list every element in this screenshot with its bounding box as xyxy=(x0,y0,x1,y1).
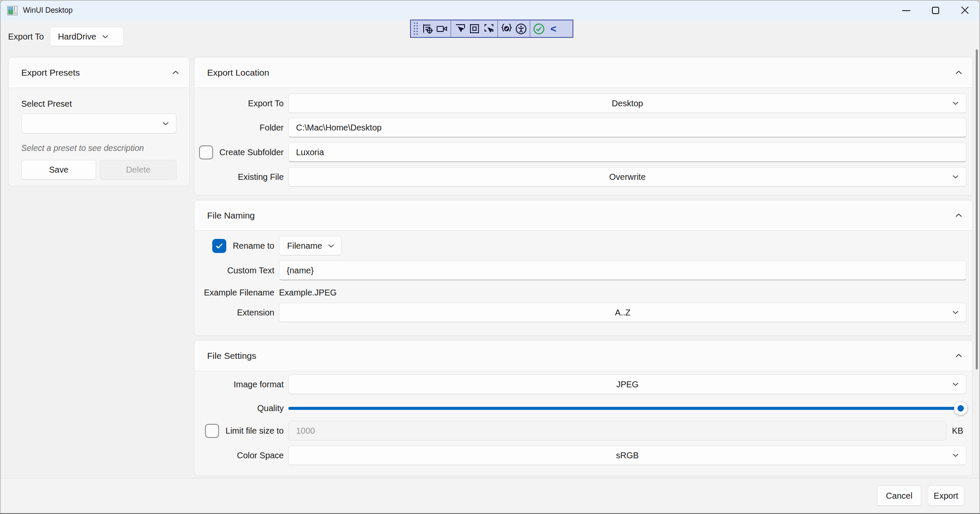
chevron-down-icon xyxy=(102,35,108,39)
rename-to-label: Rename to xyxy=(233,241,274,251)
file-settings-card: File Settings Image format JPEG Quality xyxy=(194,340,973,476)
file-naming-title: File Naming xyxy=(207,210,255,221)
chevron-down-icon xyxy=(952,383,959,386)
app-icon xyxy=(7,6,17,15)
image-format-value: JPEG xyxy=(289,380,966,389)
export-presets-title: Export Presets xyxy=(21,68,80,78)
hot-reload-button[interactable] xyxy=(499,22,514,36)
select-preset-label: Select Preset xyxy=(21,99,177,109)
vertical-scrollbar[interactable] xyxy=(976,49,978,369)
file-settings-header[interactable]: File Settings xyxy=(194,341,972,371)
export-to-combobox[interactable]: Desktop xyxy=(288,94,966,113)
image-format-combobox[interactable]: JPEG xyxy=(288,375,966,394)
chevron-up-icon xyxy=(172,71,179,74)
rename-mode-value: Filename xyxy=(279,241,322,251)
close-button[interactable] xyxy=(950,0,980,20)
export-location-card: Export Location Export To Desktop Folder… xyxy=(194,57,973,196)
quality-slider[interactable] xyxy=(288,401,966,415)
preset-combobox[interactable] xyxy=(21,114,177,133)
accessibility-button[interactable] xyxy=(514,22,528,36)
display-adorners-button[interactable] xyxy=(467,22,481,36)
color-space-combobox[interactable]: sRGB xyxy=(288,446,966,465)
color-space-value: sRGB xyxy=(289,451,966,460)
export-target-bar: Export To HardDrive xyxy=(8,27,124,46)
limit-file-size-checkbox[interactable] xyxy=(205,424,219,438)
save-preset-button[interactable]: Save xyxy=(21,160,96,180)
file-naming-header[interactable]: File Naming xyxy=(194,200,972,231)
collapse-toolbar-button[interactable]: < xyxy=(546,22,561,36)
limit-file-size-input-box[interactable] xyxy=(288,421,946,440)
custom-text-input[interactable]: {name} xyxy=(279,261,966,280)
extension-label: Extension xyxy=(237,308,274,318)
existing-file-combobox[interactable]: Overwrite xyxy=(288,167,966,187)
create-subfolder-checkbox[interactable] xyxy=(199,145,213,159)
example-filename-value: Example.JPEG xyxy=(279,288,337,298)
custom-text-label: Custom Text xyxy=(227,266,274,275)
quality-slider-thumb[interactable] xyxy=(954,402,967,415)
select-element-icon xyxy=(454,23,466,34)
checkmark-icon xyxy=(216,243,223,249)
chevron-down-icon xyxy=(162,122,169,125)
changes-applied-button[interactable] xyxy=(532,22,546,36)
toolbar-separator xyxy=(530,20,530,37)
subfolder-name-value: Luxoria xyxy=(296,148,324,157)
changes-applied-icon xyxy=(533,23,545,35)
grip-handle-icon[interactable] xyxy=(413,22,419,36)
live-visual-tree-button[interactable] xyxy=(420,22,435,36)
display-adorners-icon xyxy=(469,23,480,34)
maximize-button[interactable] xyxy=(921,0,950,20)
delete-preset-button[interactable]: Delete xyxy=(100,160,177,180)
extension-value: A..Z xyxy=(279,308,966,318)
chevron-down-icon xyxy=(952,311,959,315)
select-element-button[interactable] xyxy=(453,22,467,36)
chevron-down-icon xyxy=(952,454,959,457)
footer-bar: Cancel Export xyxy=(0,478,980,513)
folder-value: C:\Mac\Home\Desktop xyxy=(296,123,382,133)
chevron-up-icon xyxy=(955,213,962,217)
file-naming-card: File Naming Rename to Filename Custom Te… xyxy=(194,200,973,336)
minimize-button[interactable] xyxy=(892,0,921,20)
debug-toolbar: < xyxy=(410,20,573,38)
chevron-up-icon xyxy=(955,71,962,74)
live-visual-tree-icon xyxy=(422,23,433,34)
preset-hint-text: Select a preset to see description xyxy=(21,143,177,153)
image-format-label: Image format xyxy=(234,380,284,389)
screenshot-button[interactable] xyxy=(435,22,449,36)
color-space-label: Color Space xyxy=(237,451,284,460)
window-title: WinUI Desktop xyxy=(23,6,73,15)
export-target-combobox[interactable]: HardDrive xyxy=(50,27,124,46)
export-button[interactable]: Export xyxy=(928,486,964,506)
toolbar-separator xyxy=(497,20,498,37)
cancel-button[interactable]: Cancel xyxy=(877,486,921,506)
custom-text-value: {name} xyxy=(287,266,313,275)
app-window: WinUI Desktop xyxy=(0,0,980,514)
example-filename-label: Example Filename xyxy=(204,288,274,298)
folder-input[interactable]: C:\Mac\Home\Desktop xyxy=(288,118,966,137)
chevron-down-icon xyxy=(952,175,959,179)
export-location-header[interactable]: Export Location xyxy=(194,57,972,88)
file-settings-title: File Settings xyxy=(207,351,256,361)
chevron-down-icon xyxy=(328,244,334,248)
quality-slider-track[interactable] xyxy=(288,407,966,410)
minimize-icon xyxy=(902,10,910,11)
maximize-icon xyxy=(932,7,939,14)
chevron-down-icon xyxy=(952,102,959,105)
track-focused-element-icon xyxy=(483,23,495,34)
chevron-left-icon: < xyxy=(550,24,556,34)
export-target-value: HardDrive xyxy=(50,32,96,42)
export-to-value: Desktop xyxy=(289,99,966,108)
limit-file-size-input[interactable] xyxy=(296,426,939,436)
subfolder-name-input[interactable]: Luxoria xyxy=(288,142,966,162)
title-bar: WinUI Desktop xyxy=(0,0,980,20)
track-focused-element-button[interactable] xyxy=(481,22,496,36)
export-presets-header[interactable]: Export Presets xyxy=(9,57,189,88)
limit-unit-label: KB xyxy=(952,426,966,436)
extension-combobox[interactable]: A..Z xyxy=(279,303,966,322)
toolbar-separator xyxy=(450,20,451,37)
rename-mode-combobox[interactable]: Filename xyxy=(279,236,342,256)
accessibility-icon xyxy=(515,23,527,35)
chevron-up-icon xyxy=(955,354,962,358)
rename-to-checkbox[interactable] xyxy=(212,239,226,253)
hot-reload-icon xyxy=(501,23,513,34)
quality-label: Quality xyxy=(257,403,284,413)
